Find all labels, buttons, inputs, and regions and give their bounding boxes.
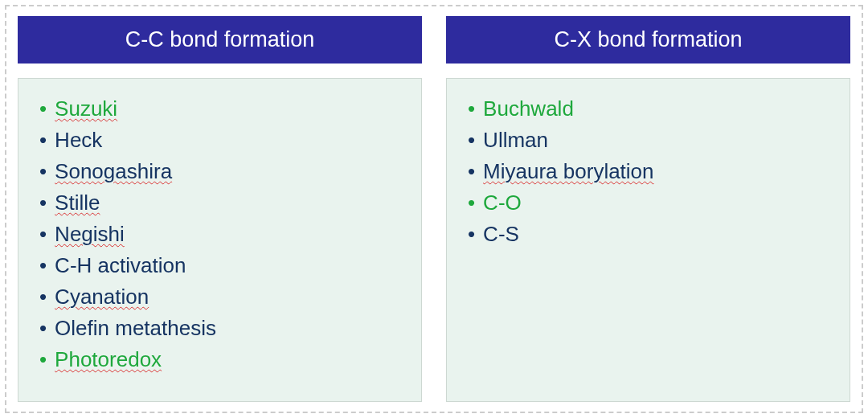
item-label: C-S (483, 219, 519, 250)
list-box: • Suzuki • Heck • Sonogashira • Stille •… (18, 78, 422, 402)
list-item: • C-H activation (39, 250, 400, 281)
column-header: C-C bond formation (18, 16, 422, 64)
item-label: Buchwald (483, 93, 574, 125)
bullet-icon: • (39, 125, 47, 156)
list-item: • Photoredox (39, 344, 400, 375)
column-cx: C-X bond formation • Buchwald • Ullman •… (446, 16, 850, 402)
item-label: Photoredox (55, 344, 162, 375)
item-label: Stille (55, 187, 100, 219)
bullet-icon: • (39, 93, 47, 125)
bullet-icon: • (39, 281, 47, 313)
item-label: Sonogashira (55, 156, 172, 187)
list-item: • C-O (468, 187, 829, 219)
slide-container: C-C bond formation • Suzuki • Heck • Son… (5, 5, 863, 413)
bullet-icon: • (39, 250, 47, 281)
bullet-icon: • (39, 313, 47, 344)
list-item: • Ullman (468, 125, 829, 156)
bullet-icon: • (39, 156, 47, 187)
item-label: C-H activation (55, 250, 186, 281)
list-item: • Sonogashira (39, 156, 400, 187)
item-label: C-O (483, 187, 522, 219)
bullet-icon: • (468, 125, 475, 156)
bullet-icon: • (39, 344, 47, 375)
item-label: Olefin metathesis (55, 313, 216, 344)
item-label: Miyaura borylation (483, 156, 653, 187)
item-label: Heck (55, 125, 102, 156)
list-item: • Buchwald (468, 93, 829, 125)
list-item: • Heck (39, 125, 400, 156)
column-header: C-X bond formation (446, 16, 850, 64)
item-label: Ullman (483, 125, 548, 156)
list-item: • Olefin metathesis (39, 313, 400, 344)
list-item: • Cyanation (39, 281, 400, 313)
item-label: Negishi (55, 219, 125, 250)
item-label: Suzuki (55, 93, 117, 125)
bullet-icon: • (39, 187, 47, 219)
list-box: • Buchwald • Ullman • Miyaura borylation… (446, 78, 850, 402)
list-item: • C-S (468, 219, 829, 250)
list-item: • Negishi (39, 219, 400, 250)
list-item: • Suzuki (39, 93, 400, 125)
bullet-icon: • (468, 156, 475, 187)
bullet-icon: • (39, 219, 47, 250)
bullet-icon: • (468, 219, 475, 250)
bullet-icon: • (468, 187, 475, 219)
list-item: • Stille (39, 187, 400, 219)
item-label: Cyanation (55, 281, 149, 313)
list-item: • Miyaura borylation (468, 156, 829, 187)
bullet-icon: • (468, 93, 475, 125)
column-cc: C-C bond formation • Suzuki • Heck • Son… (18, 16, 422, 402)
